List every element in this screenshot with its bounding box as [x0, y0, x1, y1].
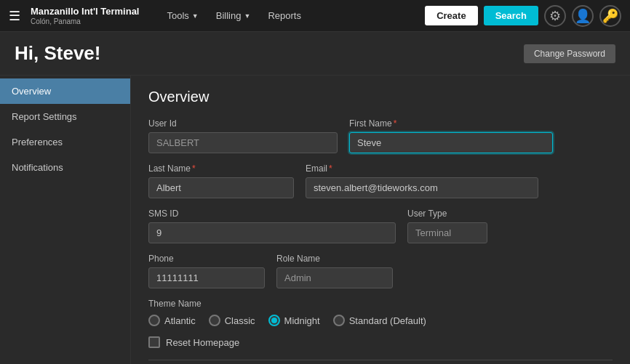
role-name-label: Role Name — [276, 254, 393, 264]
reset-homepage-checkbox[interactable] — [148, 336, 160, 348]
greeting: Hi, Steve! — [15, 42, 101, 65]
sms-id-label: SMS ID — [148, 209, 396, 219]
phone-group: Phone — [148, 254, 265, 288]
theme-atlantic-label: Atlantic — [164, 315, 196, 326]
email-input[interactable] — [306, 177, 538, 198]
nav-tools[interactable]: Tools ▼ — [159, 7, 205, 24]
form-row-2: Last Name* Email* — [148, 163, 613, 198]
role-name-group: Role Name Admin — [276, 254, 393, 288]
reset-homepage-row: Reset Homepage — [148, 336, 613, 348]
sidebar-item-notifications[interactable]: Notifications — [0, 155, 130, 180]
user-type-field: Terminal — [407, 222, 487, 243]
sidebar: Overview Report Settings Preferences Not… — [0, 76, 131, 364]
user-id-field: SALBERT — [148, 132, 338, 153]
last-name-label: Last Name* — [148, 163, 294, 174]
theme-atlantic[interactable]: Atlantic — [148, 315, 196, 326]
content-area: Overview User Id SALBERT First Name* Las… — [131, 76, 630, 364]
first-name-label: First Name* — [349, 118, 553, 129]
last-name-input[interactable] — [148, 177, 294, 198]
page-title: Overview — [148, 89, 613, 105]
phone-input[interactable] — [148, 267, 265, 288]
radio-midnight — [268, 315, 280, 326]
search-button[interactable]: Search — [484, 6, 538, 25]
sms-id-input[interactable] — [148, 222, 396, 243]
nav-billing[interactable]: Billing ▼ — [209, 7, 258, 24]
theme-standard-label: Standard (Default) — [349, 315, 426, 326]
billing-arrow: ▼ — [244, 12, 250, 20]
sidebar-item-overview[interactable]: Overview — [0, 78, 130, 104]
first-name-input[interactable] — [349, 132, 553, 153]
last-name-group: Last Name* — [148, 163, 294, 198]
user-type-label: User Type — [407, 209, 487, 219]
brand: Manzanillo Int'l Terminal Colón, Panama — [31, 6, 139, 25]
nav-actions: Create Search ⚙ 👤 🔑 — [425, 5, 621, 27]
tools-arrow: ▼ — [192, 12, 199, 20]
header-bar: Hi, Steve! Change Password — [0, 32, 630, 76]
reset-homepage-label: Reset Homepage — [166, 337, 239, 348]
nav-reports[interactable]: Reports — [260, 7, 308, 24]
hamburger-icon[interactable]: ☰ — [9, 8, 20, 24]
radio-standard — [333, 315, 345, 326]
email-label: Email* — [306, 163, 538, 174]
change-password-button[interactable]: Change Password — [524, 44, 615, 63]
top-navigation: ☰ Manzanillo Int'l Terminal Colón, Panam… — [0, 0, 630, 32]
theme-classic[interactable]: Classic — [209, 315, 255, 326]
role-name-field: Admin — [276, 267, 393, 288]
form-row-1: User Id SALBERT First Name* — [148, 118, 613, 153]
key-icon[interactable]: 🔑 — [599, 5, 621, 27]
radio-classic — [209, 315, 220, 326]
theme-midnight[interactable]: Midnight — [268, 315, 320, 326]
brand-name: Manzanillo Int'l Terminal — [31, 6, 139, 17]
radio-atlantic — [148, 315, 160, 326]
form-row-4: Phone Role Name Admin — [148, 254, 613, 288]
theme-midnight-label: Midnight — [284, 315, 320, 326]
form-row-3: SMS ID User Type Terminal — [148, 209, 613, 243]
radio-midnight-dot — [271, 318, 277, 323]
user-icon[interactable]: 👤 — [572, 5, 594, 27]
sms-id-group: SMS ID — [148, 209, 396, 243]
form-divider — [148, 360, 613, 360]
theme-classic-label: Classic — [225, 315, 255, 326]
theme-options: Atlantic Classic Midnight Standard (Defa… — [148, 315, 613, 326]
main-layout: Overview Report Settings Preferences Not… — [0, 76, 630, 364]
create-button[interactable]: Create — [425, 6, 477, 25]
email-group: Email* — [306, 163, 538, 198]
theme-standard[interactable]: Standard (Default) — [333, 315, 426, 326]
brand-subtitle: Colón, Panama — [31, 17, 139, 25]
user-type-group: User Type Terminal — [407, 209, 487, 243]
sidebar-item-preferences[interactable]: Preferences — [0, 129, 130, 155]
nav-links: Tools ▼ Billing ▼ Reports — [159, 7, 425, 24]
phone-label: Phone — [148, 254, 265, 264]
settings-icon[interactable]: ⚙ — [544, 5, 566, 27]
user-id-label: User Id — [148, 118, 338, 129]
sidebar-item-report-settings[interactable]: Report Settings — [0, 104, 130, 129]
user-id-group: User Id SALBERT — [148, 118, 338, 153]
theme-label: Theme Name — [148, 299, 613, 309]
theme-section: Theme Name Atlantic Classic Midnight — [148, 299, 613, 326]
first-name-group: First Name* — [349, 118, 553, 153]
